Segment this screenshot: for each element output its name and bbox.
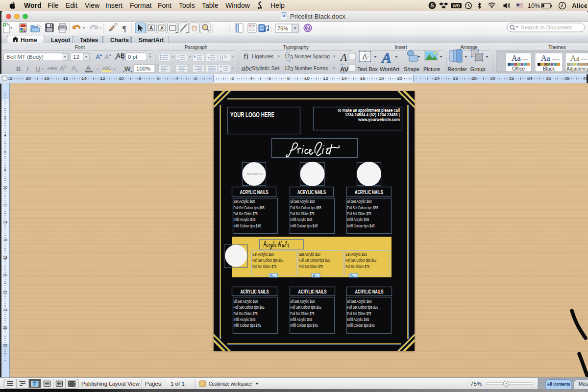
svg-text:Pages:: Pages: xyxy=(145,381,163,387)
svg-text:12: 12 xyxy=(100,76,105,81)
svg-text:B: B xyxy=(16,65,21,73)
svg-text:Full Set Colour tips $65: Full Set Colour tips $65 xyxy=(291,205,321,210)
svg-text:Infill Colour tips $45: Infill Colour tips $45 xyxy=(291,223,318,228)
svg-text:Full Set Colour tips $65: Full Set Colour tips $65 xyxy=(234,305,265,310)
svg-text:Full Set Colour tips $65: Full Set Colour tips $65 xyxy=(252,258,283,263)
svg-text:14: 14 xyxy=(342,76,346,81)
svg-text:A: A xyxy=(270,274,273,277)
svg-text:Full Set Glitter $75: Full Set Glitter $75 xyxy=(347,211,371,216)
svg-text:26: 26 xyxy=(453,76,458,81)
svg-text:Full Set Glitter $75: Full Set Glitter $75 xyxy=(299,264,323,269)
svg-text:Infill Colour tips $45: Infill Colour tips $45 xyxy=(234,323,261,328)
svg-text:10: 10 xyxy=(3,185,7,190)
svg-text:6: 6 xyxy=(157,76,160,81)
svg-text:AV: AV xyxy=(340,66,348,73)
svg-text:18: 18 xyxy=(3,255,7,260)
svg-text:Full Set Glitter $75: Full Set Glitter $75 xyxy=(291,211,315,216)
svg-text:Picture: Picture xyxy=(423,66,440,72)
svg-text:Mas: Mas xyxy=(579,381,588,387)
svg-text:ull Set Acrylic $60: ull Set Acrylic $60 xyxy=(291,199,315,204)
svg-text:Infill Colour tips $45: Infill Colour tips $45 xyxy=(234,223,261,228)
svg-text:40: 40 xyxy=(583,76,587,81)
svg-text:2: 2 xyxy=(76,69,78,73)
svg-text:Infill Acrylic $45: Infill Acrylic $45 xyxy=(291,217,313,222)
svg-text:W: W xyxy=(124,65,131,73)
svg-text:Themes: Themes xyxy=(548,45,566,50)
svg-text:ACRYLIC NAILS: ACRYLIC NAILS xyxy=(298,289,327,294)
svg-text:Infill Acrylic $45: Infill Acrylic $45 xyxy=(347,217,369,222)
svg-text:Text Box: Text Box xyxy=(357,66,378,72)
svg-text:fi: fi xyxy=(244,52,249,61)
svg-text:Full Set Glitter $75: Full Set Glitter $75 xyxy=(234,211,258,216)
svg-text:18: 18 xyxy=(45,76,49,81)
svg-text:A: A xyxy=(96,53,100,61)
svg-text:Infill Acrylic $45: Infill Acrylic $45 xyxy=(291,317,313,322)
svg-text:10: 10 xyxy=(304,76,309,81)
svg-text:ABC: ABC xyxy=(102,66,112,71)
svg-text:Shape: Shape xyxy=(404,66,419,72)
svg-text:8: 8 xyxy=(4,168,6,172)
svg-text:12: 12 xyxy=(73,54,79,60)
svg-text:B: B xyxy=(121,52,125,59)
svg-text:38: 38 xyxy=(564,76,569,81)
svg-text:Stylistic Set: Stylistic Set xyxy=(252,65,279,71)
svg-text:4: 4 xyxy=(176,76,178,81)
svg-text:28: 28 xyxy=(3,343,7,347)
svg-text:A: A xyxy=(72,65,76,72)
svg-text:A: A xyxy=(86,64,91,72)
svg-text:2: 2 xyxy=(64,64,67,69)
svg-text:A: A xyxy=(350,274,353,277)
svg-text:Number Spacing: Number Spacing xyxy=(294,53,330,59)
svg-text:Aa: Aa xyxy=(541,54,550,62)
svg-text:10: 10 xyxy=(119,76,123,81)
svg-text:Full Set Colour tips $65: Full Set Colour tips $65 xyxy=(345,258,376,263)
svg-text:ABC: ABC xyxy=(48,66,57,71)
svg-text:307x307 px: 307x307 px xyxy=(247,172,264,175)
svg-text:4: 4 xyxy=(4,133,6,137)
svg-text:Font: Font xyxy=(75,45,85,50)
svg-text:Black: Black xyxy=(543,66,555,72)
svg-text:A: A xyxy=(104,53,109,61)
svg-text:12: 12 xyxy=(3,203,7,207)
svg-text:16: 16 xyxy=(360,76,365,81)
svg-text:A: A xyxy=(340,51,347,63)
svg-text:Alice: Alice xyxy=(572,2,587,9)
svg-text:¶: ¶ xyxy=(122,24,126,33)
svg-text:32: 32 xyxy=(509,76,514,81)
svg-text:ull Set Acrylic $60: ull Set Acrylic $60 xyxy=(347,299,372,304)
svg-text:a: a xyxy=(283,13,285,18)
svg-text:A: A xyxy=(381,49,392,66)
svg-text:Paragraph: Paragraph xyxy=(185,45,208,50)
svg-text:12: 12 xyxy=(284,53,290,59)
svg-text:Search in Document: Search in Document xyxy=(521,24,572,30)
svg-text:20: 20 xyxy=(26,76,31,81)
svg-text:4: 4 xyxy=(250,76,252,81)
svg-text:12: 12 xyxy=(284,65,290,71)
svg-text:14: 14 xyxy=(3,220,7,224)
svg-text:?: ? xyxy=(306,25,309,31)
svg-text:ACRYLIC NAILS: ACRYLIC NAILS xyxy=(355,289,384,294)
svg-text:YOUR LOGO HERE: YOUR LOGO HERE xyxy=(230,111,274,119)
svg-text:ACRYLIC NAILS: ACRYLIC NAILS xyxy=(240,189,269,195)
svg-text:Set Acrylic $60: Set Acrylic $60 xyxy=(234,199,255,204)
svg-text:34: 34 xyxy=(527,76,532,81)
svg-text:Set Acrylic $60: Set Acrylic $60 xyxy=(345,252,367,257)
svg-text:Full Set Colour tips $65: Full Set Colour tips $65 xyxy=(347,205,378,210)
svg-text:Infill Acrylic $45: Infill Acrylic $45 xyxy=(234,317,256,322)
svg-text:24: 24 xyxy=(435,76,440,81)
svg-text:3: 3 xyxy=(290,54,293,60)
svg-text:6: 6 xyxy=(269,76,271,81)
svg-text:Bell MT (Body): Bell MT (Body) xyxy=(6,54,44,60)
svg-text:WD: WD xyxy=(453,3,460,8)
svg-text:Publishing Layout View: Publishing Layout View xyxy=(81,381,140,387)
svg-text:ull Set Acrylic $60: ull Set Acrylic $60 xyxy=(347,199,372,204)
svg-text:U: U xyxy=(36,65,40,73)
svg-text:Insert: Insert xyxy=(394,45,407,50)
svg-text:8: 8 xyxy=(287,76,290,81)
svg-text:Customize workspace: Customize workspace xyxy=(209,381,252,387)
svg-text:ACRYLIC NAILS: ACRYLIC NAILS xyxy=(297,189,326,195)
svg-text:100%: 100% xyxy=(136,66,150,72)
svg-text:2: 2 xyxy=(231,76,234,81)
svg-text:12: 12 xyxy=(323,76,328,81)
svg-text:A: A xyxy=(313,274,315,277)
